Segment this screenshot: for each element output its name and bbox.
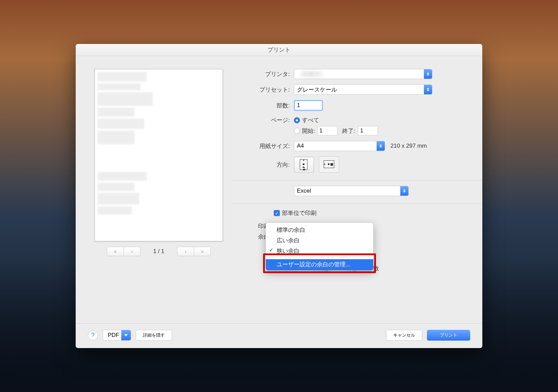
printer-value: （非表示）: [297, 70, 326, 78]
paper-dimensions: 210 x 297 mm: [390, 143, 427, 149]
popup-divider: [266, 258, 373, 258]
cancel-button[interactable]: キャンセル: [386, 330, 422, 341]
preset-label: プリセット:: [243, 86, 294, 94]
pdf-label: PDF: [108, 332, 119, 339]
preset-value: グレースケール: [297, 86, 337, 94]
pages-label: ページ:: [243, 116, 294, 124]
portrait-icon: [300, 159, 308, 170]
help-button[interactable]: ?: [88, 330, 98, 340]
first-page-button[interactable]: «: [107, 247, 124, 256]
last-page-button[interactable]: »: [194, 247, 211, 256]
pages-all-radio[interactable]: [294, 117, 300, 123]
preset-select[interactable]: グレースケール: [294, 84, 432, 95]
svg-point-1: [303, 163, 304, 165]
from-label: 開始:: [302, 127, 315, 135]
svg-rect-4: [330, 163, 333, 166]
orientation-label: 方向:: [243, 161, 294, 169]
pages-all-label: すべて: [302, 116, 319, 124]
portrait-button[interactable]: [294, 156, 314, 173]
print-button[interactable]: プリント: [427, 330, 470, 341]
page-counter: 1 / 1: [145, 248, 172, 255]
prev-page-button[interactable]: ‹: [124, 247, 141, 256]
margins-option-narrow[interactable]: 狭い余白: [266, 246, 373, 256]
pdf-menu-button[interactable]: PDF: [103, 330, 131, 341]
margins-option-normal[interactable]: 標準の余白: [266, 225, 373, 235]
section-select[interactable]: Excel: [294, 186, 409, 196]
preview-page: [95, 69, 223, 241]
hide-details-button[interactable]: 詳細を隠す: [136, 330, 172, 341]
landscape-button[interactable]: [319, 156, 339, 173]
window-title: プリント: [76, 44, 482, 56]
dialog-footer: ? PDF 詳細を隠す キャンセル プリント: [76, 323, 482, 348]
chevron-down-icon: [121, 330, 131, 340]
margins-popup: 標準の余白 広い余白 狭い余白 ユーザー設定の余白の管理...: [265, 222, 374, 271]
paper-size-value: A4: [297, 143, 304, 149]
preview-nav: « ‹ 1 / 1 › »: [107, 247, 211, 256]
updown-icon: [424, 85, 432, 94]
settings-column: プリンタ: （非表示） プリセット: グレースケール 部数: ページ:: [243, 69, 470, 319]
from-input[interactable]: [317, 126, 337, 136]
collate-checkbox[interactable]: [274, 210, 280, 216]
copies-label: 部数:: [243, 102, 294, 109]
to-input[interactable]: [358, 126, 378, 136]
updown-icon: [377, 141, 385, 151]
title-text: プリント: [268, 46, 290, 54]
dialog-content: « ‹ 1 / 1 › » プリンタ: （非表示） プリセット:: [76, 56, 482, 323]
printer-label: プリンタ:: [243, 70, 294, 78]
print-dialog: プリント « ‹ 1 / 1: [76, 44, 482, 348]
paper-size-label: 用紙サイズ:: [243, 142, 294, 150]
landscape-icon: [323, 160, 335, 169]
divider: [231, 180, 482, 180]
paper-size-select[interactable]: A4: [294, 141, 385, 151]
divider: [231, 203, 482, 204]
collate-label: 部単位で印刷: [282, 209, 316, 217]
section-value: Excel: [297, 188, 311, 194]
pages-range-radio[interactable]: [294, 128, 300, 134]
margins-manage-custom[interactable]: ユーザー設定の余白の管理...: [266, 259, 373, 270]
margins-option-wide[interactable]: 広い余白: [266, 235, 373, 246]
printer-select[interactable]: （非表示）: [294, 69, 432, 79]
copies-input[interactable]: [294, 100, 323, 111]
svg-point-3: [328, 163, 329, 165]
next-page-button[interactable]: ›: [177, 247, 194, 256]
updown-icon: [424, 69, 432, 79]
to-label: 終了:: [342, 127, 355, 135]
preview-column: « ‹ 1 / 1 › »: [88, 69, 230, 319]
updown-icon: [400, 186, 408, 196]
